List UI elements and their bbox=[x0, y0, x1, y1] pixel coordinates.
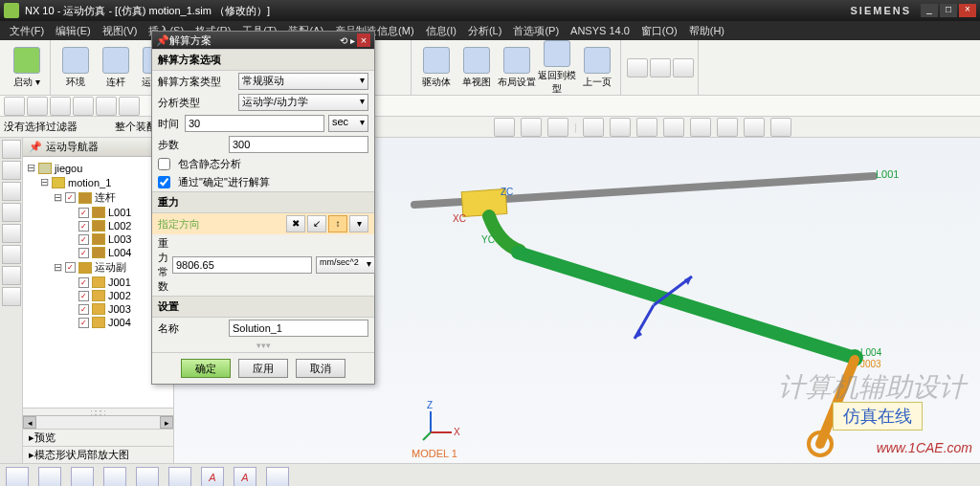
gconst-unit-select[interactable]: mm/sec^2 bbox=[316, 256, 375, 274]
view-button[interactable]: 单视图 bbox=[457, 47, 496, 89]
model-label: MODEL 1 bbox=[412, 448, 457, 459]
tree-node[interactable]: ⊟jiegou bbox=[27, 161, 169, 175]
web-icon[interactable] bbox=[2, 287, 21, 306]
static-checkbox[interactable] bbox=[158, 158, 170, 170]
maximize-button[interactable]: □ bbox=[940, 4, 957, 17]
vector-options-icon[interactable]: ▾ bbox=[349, 215, 368, 232]
snap-icon[interactable] bbox=[717, 118, 738, 137]
bottom-tool-icon[interactable]: A bbox=[201, 467, 224, 487]
tool-icon[interactable] bbox=[650, 58, 671, 77]
menu-item[interactable]: ANSYS 14.0 bbox=[565, 25, 635, 36]
bottom-tool-icon[interactable] bbox=[6, 467, 29, 487]
name-input[interactable] bbox=[229, 320, 368, 337]
menu-item[interactable]: 视图(V) bbox=[97, 24, 144, 38]
part-icon[interactable] bbox=[2, 161, 21, 180]
navigator-icon[interactable] bbox=[2, 140, 21, 159]
roles-icon[interactable] bbox=[2, 266, 21, 285]
snap-icon[interactable] bbox=[663, 118, 684, 137]
scrollbar-horizontal[interactable]: ◂▸ bbox=[23, 415, 173, 429]
bottom-tool-icon[interactable] bbox=[71, 467, 94, 487]
menu-item[interactable]: 编辑(E) bbox=[50, 24, 97, 38]
tool-icon[interactable] bbox=[50, 97, 71, 116]
tree-node[interactable]: J003 bbox=[27, 302, 169, 316]
menu-item[interactable]: 信息(I) bbox=[420, 24, 462, 38]
history-icon[interactable] bbox=[2, 245, 21, 264]
modeshape-section[interactable]: ▸ 模态形状局部放大图 bbox=[23, 446, 173, 463]
solution-type-select[interactable]: 常规驱动 bbox=[238, 73, 368, 90]
tree-node[interactable]: J001 bbox=[27, 276, 169, 289]
bottom-tool-icon[interactable] bbox=[38, 467, 61, 487]
svg-text:L001: L001 bbox=[876, 168, 899, 180]
menu-item[interactable]: 首选项(P) bbox=[507, 24, 565, 38]
layout-button[interactable]: 布局设置 bbox=[498, 47, 536, 89]
driver-button[interactable]: 驱动体 bbox=[417, 47, 456, 89]
reuse-icon[interactable] bbox=[2, 224, 21, 243]
tool-icon[interactable] bbox=[27, 97, 48, 116]
view-tool-icon[interactable] bbox=[521, 118, 542, 137]
time-unit-select[interactable]: sec bbox=[328, 115, 368, 132]
bottom-tool-icon[interactable] bbox=[103, 467, 126, 487]
cancel-button[interactable]: 取消 bbox=[296, 359, 345, 378]
minimize-button[interactable]: _ bbox=[921, 4, 938, 17]
snap-icon[interactable] bbox=[744, 118, 765, 137]
tree-node[interactable]: L001 bbox=[27, 206, 169, 219]
bottom-tool-icon[interactable] bbox=[136, 467, 159, 487]
prev-button[interactable]: 上一页 bbox=[578, 47, 616, 89]
selection-filter-bar: 没有选择过滤器 整个装配 | bbox=[0, 117, 980, 138]
tree-node[interactable]: J004 bbox=[27, 316, 169, 329]
menu-item[interactable]: 文件(F) bbox=[4, 24, 50, 38]
assembly-icon[interactable] bbox=[2, 182, 21, 201]
tool-icon[interactable] bbox=[4, 97, 25, 116]
solve-on-ok-checkbox[interactable] bbox=[158, 176, 170, 188]
menu-item[interactable]: 窗口(O) bbox=[635, 24, 683, 38]
view-tool-icon[interactable] bbox=[547, 118, 568, 137]
solve-label: 通过"确定"进行解算 bbox=[178, 175, 270, 189]
tool-icon[interactable] bbox=[627, 58, 648, 77]
svg-text:L004: L004 bbox=[860, 347, 882, 358]
dialog-close-button[interactable]: × bbox=[357, 33, 370, 47]
dialog-nav-icon[interactable]: ⟲ ▸ bbox=[340, 35, 355, 46]
tool-icon[interactable] bbox=[119, 97, 140, 116]
constraint-icon[interactable] bbox=[2, 203, 21, 222]
snap-icon[interactable] bbox=[636, 118, 657, 137]
env-button[interactable]: 环境 bbox=[56, 47, 95, 89]
menu-item[interactable]: 帮助(H) bbox=[683, 24, 730, 38]
tree-node[interactable]: L004 bbox=[27, 246, 169, 259]
steps-input[interactable] bbox=[229, 136, 368, 153]
snap-icon[interactable] bbox=[690, 118, 711, 137]
apply-button[interactable]: 应用 bbox=[238, 359, 288, 378]
snap-icon[interactable] bbox=[583, 118, 604, 137]
preview-section[interactable]: ▸ 预览 bbox=[23, 429, 173, 446]
main-area: 📌 运动导航器 ⊟jiegou⊟motion_1⊟连杆L001L002L003L… bbox=[0, 138, 980, 463]
bottom-tool-icon[interactable] bbox=[266, 467, 289, 487]
tool-icon[interactable] bbox=[673, 58, 694, 77]
tree-node[interactable]: L002 bbox=[27, 219, 169, 232]
vector-dialog-icon[interactable]: ✖ bbox=[286, 215, 305, 232]
tree-node[interactable]: ⊟运动副 bbox=[27, 259, 169, 276]
back-button[interactable]: 返回到模型 bbox=[538, 40, 576, 96]
filter-select[interactable]: 没有选择过滤器 bbox=[4, 120, 109, 134]
snap-icon[interactable] bbox=[610, 118, 631, 137]
start-button[interactable]: 启动 ▾ bbox=[8, 47, 46, 89]
snap-icon[interactable] bbox=[770, 118, 791, 137]
tree-node[interactable]: ⊟motion_1 bbox=[27, 175, 169, 189]
tool-icon[interactable] bbox=[96, 97, 117, 116]
close-button[interactable]: × bbox=[959, 4, 976, 17]
tool-icon[interactable] bbox=[73, 97, 94, 116]
menu-item[interactable]: 分析(L) bbox=[462, 24, 507, 38]
dialog-pin-icon[interactable]: 📌 bbox=[156, 34, 169, 47]
vector-pick-icon[interactable]: ↙ bbox=[307, 215, 326, 232]
vector-reverse-icon[interactable]: ↕ bbox=[328, 215, 347, 232]
bottom-tool-icon[interactable]: A bbox=[234, 467, 256, 487]
view-tool-icon[interactable] bbox=[494, 118, 515, 137]
tree-node[interactable]: J002 bbox=[27, 289, 169, 302]
bottom-tool-icon[interactable] bbox=[168, 467, 191, 487]
tree-node[interactable]: L003 bbox=[27, 232, 169, 246]
svg-line-18 bbox=[423, 432, 431, 440]
gconst-input[interactable] bbox=[172, 256, 312, 274]
analysis-type-select[interactable]: 运动学/动力学 bbox=[238, 94, 368, 111]
link-button[interactable]: 连杆 bbox=[97, 47, 135, 89]
time-input[interactable] bbox=[185, 115, 324, 132]
tree-node[interactable]: ⊟连杆 bbox=[27, 189, 169, 206]
ok-button[interactable]: 确定 bbox=[181, 359, 231, 378]
